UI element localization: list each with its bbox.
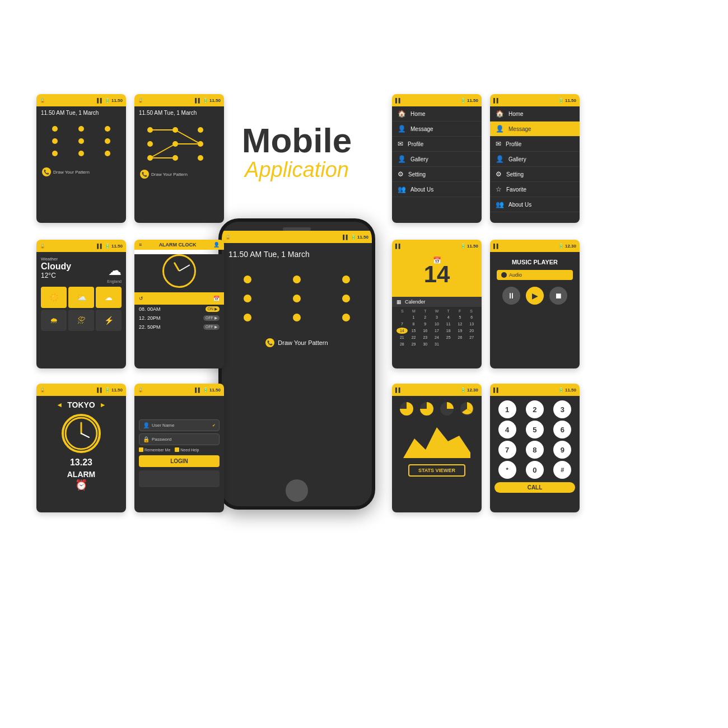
- remember-label: Remember Me: [144, 448, 170, 452]
- dot: [105, 138, 110, 144]
- cal-day: 13: [466, 321, 477, 327]
- stop-button[interactable]: ⏹: [549, 287, 567, 305]
- menu-item-home[interactable]: 🏠 Home: [490, 106, 580, 122]
- alarm-time-2: 12. 20PM: [139, 315, 161, 321]
- lock-icon: 🔒: [40, 98, 45, 103]
- dialer-key-9[interactable]: 9: [553, 441, 571, 459]
- stats-viewer-button[interactable]: STATS VIEWER: [408, 464, 465, 477]
- cal-day: 9: [419, 321, 431, 327]
- title-section: Mobile Application: [218, 123, 375, 182]
- cal-day: 1: [408, 314, 419, 320]
- play-button[interactable]: ▶: [526, 287, 544, 305]
- lock-body: 11.50 AM Tue, 1 March 📞 Draw Yo: [134, 106, 224, 223]
- cal-day: 25: [443, 334, 454, 340]
- home-icon: 🏠: [496, 110, 504, 118]
- status-bar: ▌▌ 🔋 11.50: [490, 384, 580, 396]
- cal-day: 23: [419, 334, 431, 340]
- setting-icon: ⚙: [398, 170, 404, 178]
- menu-item-home[interactable]: 🏠 Home: [392, 106, 482, 122]
- phone-home-button[interactable]: [286, 479, 308, 502]
- app-title-application: Application: [218, 158, 375, 182]
- calendar-grid: SMTWTFS 1 2 3 4 5 6 7 8 9 10 11 12 13 14…: [392, 307, 482, 349]
- cal-day: 20: [466, 328, 477, 334]
- menu-item-profile[interactable]: ✉ Profile: [490, 137, 580, 152]
- menu-item-about[interactable]: 👥 About Us: [392, 182, 482, 197]
- dot: [105, 126, 110, 132]
- dialer-key-6[interactable]: 6: [553, 421, 571, 438]
- panel-login: 🔒 ▌▌ 🔋 11.50 👤 User Name ✔ 🔒 Password Re…: [134, 384, 224, 512]
- call-button[interactable]: CALL: [494, 482, 575, 493]
- menu-item-setting[interactable]: ⚙ Setting: [490, 167, 580, 182]
- dialer-key-2[interactable]: 2: [526, 400, 544, 418]
- calendar-icon: 📅: [213, 296, 220, 301]
- alarm-bell-icon: ⏰: [75, 479, 87, 491]
- phone-mockup: 🔒 ▌▌ 🔋 11.50 11.50 AM Tue, 1 March 📞 Dra…: [218, 218, 375, 510]
- dialer-key-8[interactable]: 8: [526, 441, 544, 459]
- dot: [293, 276, 301, 283]
- mountain-chart: [398, 422, 476, 461]
- dialer-key-hash[interactable]: #: [553, 461, 571, 479]
- panel-menu-2: ▌▌ 🔋 11.50 🏠 Home 👤 Message ✉ Profile 👤 …: [490, 94, 580, 223]
- user-icon: 👤: [213, 242, 220, 248]
- remember-me[interactable]: Remember Me: [139, 447, 170, 452]
- menu-item-message-active[interactable]: 👤 Message: [490, 122, 580, 137]
- menu-item-favorite[interactable]: ☆ Favorite: [490, 182, 580, 197]
- pause-button[interactable]: ⏸: [502, 287, 520, 305]
- signal-icon: ▌▌: [395, 388, 402, 393]
- menu-item-gallery[interactable]: 👤 Gallery: [392, 152, 482, 167]
- weather-tile-cloud2: ☁: [96, 287, 122, 308]
- dialer-key-1[interactable]: 1: [498, 400, 516, 418]
- left-arrow[interactable]: ◄: [56, 401, 63, 409]
- weather-tile-cloud: ⛅: [68, 287, 94, 308]
- cal-day: 15: [408, 328, 419, 334]
- dialer-key-star[interactable]: *: [498, 461, 516, 479]
- weather-body: Weather Cloudy 12°C ☁ England ☀️ ⛅ ☁ 🌧 ⛈…: [36, 252, 126, 368]
- menu-label-home: Home: [410, 111, 426, 117]
- tokyo-inner: ◄ TOKYO ► 13.23 ALARM ⏰: [36, 396, 126, 496]
- cloud-icon: ☁: [108, 263, 122, 278]
- toggle-on[interactable]: ON ▶: [206, 306, 220, 312]
- tokyo-time: 13.23: [70, 458, 92, 468]
- cal-day-active[interactable]: 14: [396, 328, 408, 334]
- cal-day: 24: [431, 334, 442, 340]
- menu-item-about[interactable]: 👥 About Us: [490, 197, 580, 212]
- toggle-off-2[interactable]: OFF ▶: [203, 324, 220, 330]
- signal-icon: ▌▌: [395, 98, 402, 103]
- need-help[interactable]: Need Help: [175, 447, 199, 452]
- menu-label: Profile: [506, 141, 521, 147]
- menu-item-setting[interactable]: ⚙ Setting: [392, 167, 482, 182]
- pie-charts-row: [398, 400, 475, 417]
- weather-label: Weather: [41, 256, 122, 262]
- calendar-date-box: 📅 14: [392, 252, 482, 297]
- menu-label: Home: [508, 111, 524, 117]
- music-player-title: MUSIC PLAYER: [497, 259, 573, 265]
- alarm-entry-2: 12. 20PM OFF ▶: [134, 314, 224, 323]
- tokyo-alarm-label: ALARM: [67, 470, 96, 479]
- about-icon: 👥: [496, 200, 504, 208]
- svg-line-16: [81, 433, 89, 437]
- dialer-key-3[interactable]: 3: [553, 400, 571, 418]
- dialer-key-5[interactable]: 5: [526, 421, 544, 438]
- dialer-key-7[interactable]: 7: [498, 441, 516, 459]
- right-arrow[interactable]: ►: [100, 401, 106, 409]
- draw-pattern-label: 📞 Draw Your Pattern: [265, 338, 328, 347]
- login-button[interactable]: LOGIN: [139, 455, 220, 467]
- toggle-off-1[interactable]: OFF ▶: [203, 315, 220, 321]
- weather-location: England: [41, 279, 122, 283]
- clock-circle: [162, 254, 196, 288]
- calendar-date: 14: [424, 261, 450, 288]
- status-bar: 🔒 ▌▌ 🔋 11.50: [36, 240, 126, 252]
- menu-item-profile[interactable]: ✉ Profile: [392, 137, 482, 152]
- dialer-key-4[interactable]: 4: [498, 421, 516, 438]
- menu-item-message[interactable]: 👤 Message: [392, 122, 482, 137]
- status-bar: ▌▌ 🔋 12.30: [392, 384, 482, 396]
- status-bar: ▌▌ 🔋 11.50: [392, 94, 482, 106]
- status-bar: ▌▌ 🔋 11.50: [392, 240, 482, 252]
- alarm-body: ↺ 📅 08. 00AM ON ▶ 12. 20PM OFF ▶ 22. 50P…: [134, 254, 224, 368]
- menu-item-gallery[interactable]: 👤 Gallery: [490, 152, 580, 167]
- cal-day: 19: [455, 328, 466, 334]
- password-field[interactable]: 🔒 Password: [139, 433, 220, 445]
- username-field[interactable]: 👤 User Name ✔: [139, 419, 220, 431]
- dialer-key-0[interactable]: 0: [526, 461, 544, 479]
- cal-day: 16: [419, 328, 431, 334]
